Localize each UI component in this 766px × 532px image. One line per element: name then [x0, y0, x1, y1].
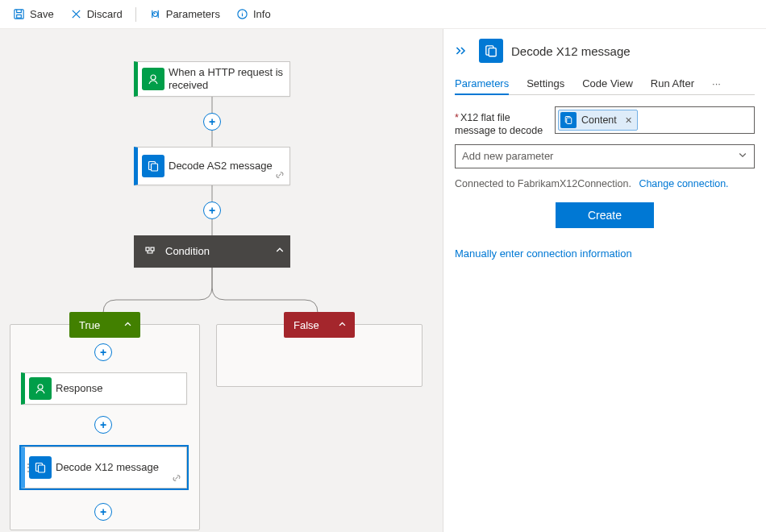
tab-code-view[interactable]: Code View: [582, 73, 633, 94]
create-button[interactable]: Create: [556, 202, 654, 228]
true-branch-header[interactable]: True: [69, 312, 140, 338]
add-step-button[interactable]: +: [94, 343, 112, 361]
workflow-canvas[interactable]: When a HTTP request is received + Decode…: [0, 29, 443, 532]
decode-x12-card[interactable]: ⋮ Decode X12 message: [21, 447, 187, 488]
trigger-card[interactable]: When a HTTP request is received: [134, 61, 290, 97]
false-branch-scope[interactable]: False: [216, 324, 423, 387]
save-icon: [13, 8, 25, 20]
x12-icon: [479, 39, 503, 63]
response-card[interactable]: Response: [21, 372, 187, 405]
add-parameter-label: Add new parameter: [462, 150, 553, 162]
save-button[interactable]: Save: [6, 5, 60, 23]
token-text: Content: [581, 114, 617, 126]
panel-title: Decode X12 message: [511, 44, 631, 58]
add-step-button[interactable]: +: [94, 416, 112, 434]
x12-message-input[interactable]: Content ✕: [555, 106, 755, 134]
parameters-button[interactable]: Parameters: [143, 5, 227, 23]
condition-card[interactable]: Condition: [134, 235, 290, 268]
connection-indicator-icon: [275, 170, 285, 181]
document-icon: [560, 112, 577, 128]
drag-handle-icon[interactable]: ⋮: [23, 462, 33, 473]
tab-run-after[interactable]: Run After: [651, 73, 694, 94]
http-request-icon: [142, 68, 164, 90]
parameters-label: Parameters: [166, 8, 220, 20]
svg-rect-16: [146, 247, 149, 251]
chevron-up-icon: [123, 319, 132, 331]
change-connection-link[interactable]: Change connection.: [639, 178, 728, 189]
panel-tabs: Parameters Settings Code View Run After …: [455, 73, 755, 95]
response-icon: [29, 377, 52, 400]
param-label: *X12 flat file message to decode: [455, 106, 550, 138]
svg-point-2: [152, 12, 157, 17]
add-parameter-dropdown[interactable]: Add new parameter: [455, 144, 755, 168]
connection-status: Connected to FabrikamX12Connection. Chan…: [455, 178, 755, 189]
svg-rect-1: [17, 15, 22, 18]
svg-rect-17: [151, 247, 154, 251]
condition-icon: [139, 240, 161, 263]
svg-rect-15: [152, 164, 158, 171]
decode-as2-card[interactable]: Decode AS2 message: [134, 147, 290, 185]
add-step-button[interactable]: +: [203, 113, 221, 131]
info-button[interactable]: Info: [230, 5, 277, 23]
svg-rect-22: [489, 48, 496, 56]
parameters-icon: [149, 8, 161, 20]
as2-icon: [142, 155, 164, 177]
collapse-panel-button[interactable]: [455, 45, 468, 56]
false-branch-header[interactable]: False: [284, 312, 355, 338]
info-icon: [236, 8, 248, 20]
true-label: True: [79, 319, 100, 331]
discard-button[interactable]: Discard: [64, 5, 129, 23]
chevron-up-icon: [338, 319, 347, 331]
content-token[interactable]: Content ✕: [558, 110, 638, 131]
response-title: Response: [56, 382, 108, 395]
connection-indicator-icon: [172, 473, 181, 484]
remove-token-icon[interactable]: ✕: [625, 115, 632, 126]
chevron-down-icon: [738, 150, 747, 162]
svg-rect-24: [567, 118, 572, 124]
discard-label: Discard: [87, 8, 123, 20]
svg-rect-20: [39, 465, 45, 472]
discard-icon: [70, 8, 82, 20]
trigger-title: When a HTTP request is received: [169, 66, 289, 93]
add-step-button[interactable]: +: [203, 202, 221, 219]
toolbar-separator: [135, 7, 136, 22]
tab-parameters[interactable]: Parameters: [455, 73, 509, 94]
tab-overflow-button[interactable]: ···: [712, 73, 721, 94]
false-label: False: [293, 319, 319, 331]
info-label: Info: [253, 8, 271, 20]
manual-connection-link[interactable]: Manually enter connection information: [455, 247, 755, 260]
tab-settings[interactable]: Settings: [527, 73, 564, 94]
designer-toolbar: Save Discard Parameters Info: [0, 0, 766, 29]
condition-title: Condition: [165, 245, 214, 258]
chevron-up-icon[interactable]: [275, 246, 285, 258]
svg-point-13: [151, 75, 156, 80]
save-label: Save: [30, 8, 54, 20]
svg-point-18: [38, 384, 43, 389]
add-step-button[interactable]: +: [94, 503, 112, 521]
decode-x12-title: Decode X12 message: [56, 461, 164, 474]
svg-rect-0: [15, 10, 23, 19]
decode-as2-title: Decode AS2 message: [169, 160, 277, 172]
details-panel: Decode X12 message Parameters Settings C…: [443, 29, 766, 532]
